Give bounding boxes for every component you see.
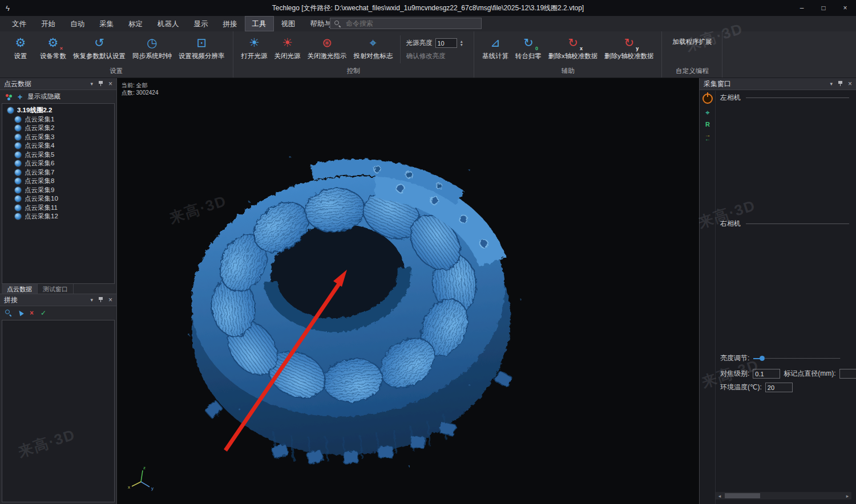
tab-pointcloud-data[interactable]: 点云数据 — [2, 284, 38, 294]
focus-mark-icon: ⌖ — [366, 35, 381, 50]
light-brightness-label: 光源亮度 — [406, 39, 433, 47]
close-icon[interactable]: × — [848, 81, 852, 87]
command-search[interactable] — [330, 18, 482, 29]
focus-level-input[interactable] — [753, 369, 780, 379]
pointcloud-icon — [15, 152, 21, 158]
tab-robot[interactable]: 机器人 — [150, 16, 187, 31]
brightness-slider[interactable] — [753, 355, 840, 361]
sync-system-clock-button[interactable]: ◷ 同步系统时钟 — [129, 33, 175, 63]
tab-calibration[interactable]: 标定 — [121, 16, 150, 31]
set-video-resolution-button[interactable]: ⊡ 设置视频分辨率 — [175, 33, 228, 63]
tab-auto[interactable]: 自动 — [63, 16, 92, 31]
tree-item[interactable]: 点云采集8 — [2, 177, 114, 186]
search-input[interactable] — [345, 19, 477, 28]
settings-button[interactable]: ⚙ 设置 — [5, 33, 37, 63]
confirm-brightness-button[interactable]: 确认修改亮度 — [406, 52, 463, 60]
pointcloud-root-icon — [7, 107, 14, 113]
tree-item[interactable]: 点云采集11 — [2, 204, 114, 213]
restore-default-params-button[interactable]: ↺ 恢复参数默认设置 — [70, 33, 129, 63]
close-icon[interactable]: × — [108, 81, 112, 87]
tree-item[interactable]: 点云采集12 — [2, 212, 114, 221]
tab-display[interactable]: 显示 — [187, 16, 216, 31]
tree-item[interactable]: 点云采集4 — [2, 141, 114, 151]
delete-x-calibration-button[interactable]: ↻x 删除x轴校准数据 — [545, 33, 601, 63]
reject-icon[interactable]: × — [30, 309, 34, 317]
turntable-zero-button[interactable]: ↻0 转台归零 — [512, 33, 545, 63]
marker-diameter-input[interactable] — [839, 369, 856, 379]
live-view-icon[interactable]: ⌖ — [705, 109, 709, 116]
chevron-down-icon[interactable]: ▾ — [90, 81, 93, 87]
power-icon[interactable] — [702, 94, 713, 104]
maximize-button[interactable]: □ — [813, 0, 834, 16]
laser-icon: ⊛ — [320, 35, 334, 50]
pin-icon[interactable] — [98, 297, 103, 303]
pin-icon[interactable] — [98, 81, 103, 87]
accept-icon[interactable]: ✓ — [41, 309, 46, 317]
delete-x-icon: ↻x — [566, 35, 580, 50]
tab-file[interactable]: 文件 — [5, 16, 34, 31]
device-constants-button[interactable]: ⚙× 设备常数 — [37, 33, 70, 63]
chevron-down-icon[interactable]: ▾ — [90, 297, 93, 303]
close-icon[interactable]: × — [108, 297, 112, 303]
scrollbar-thumb[interactable] — [725, 493, 760, 498]
button-label: 设置 — [14, 52, 27, 60]
brightness-control: 亮度调节: — [720, 353, 840, 363]
baseline-calc-button[interactable]: ⊿ 基线计算 — [479, 33, 512, 63]
pointcloud-toolbar: + 显示或隐藏 — [0, 90, 116, 103]
pointcloud-panel-title: 点云数据 — [4, 79, 31, 89]
tree-item-label: 点云采集11 — [25, 204, 58, 212]
tab-stitch[interactable]: 拼接 — [216, 16, 245, 31]
slider-thumb[interactable] — [760, 356, 765, 361]
load-program-extension-button[interactable]: 加载程序扩展 — [667, 33, 717, 46]
group-label-custom: 自定义编程 — [663, 66, 721, 78]
scrollbar-track[interactable] — [722, 493, 845, 498]
close-button[interactable]: × — [834, 0, 856, 16]
tab-start[interactable]: 开始 — [34, 16, 63, 31]
group-label-control: 控制 — [235, 66, 473, 78]
cursor-icon[interactable] — [17, 310, 24, 316]
tree-root-item[interactable]: 3.19线圈2.2 — [2, 106, 114, 115]
swap-cameras-icon[interactable]: →← — [705, 133, 710, 141]
tree-item[interactable]: 点云采集10 — [2, 194, 114, 204]
horizontal-scrollbar[interactable]: ◂ ▸ — [716, 492, 851, 499]
light-off-icon: ☀ — [280, 35, 295, 50]
tab-tools[interactable]: 工具 — [245, 16, 274, 31]
tree-item-label: 点云采集8 — [25, 177, 54, 185]
tree-item[interactable]: 点云采集2 — [2, 124, 114, 133]
app-logo-icon: ϟ — [6, 4, 10, 13]
ribbon: ⚙ 设置 ⚙× 设备常数 ↺ 恢复参数默认设置 ◷ 同步系统时钟 ⊡ 设置视频分… — [0, 31, 856, 78]
minimize-button[interactable]: – — [791, 0, 813, 16]
tree-item[interactable]: 点云采集7 — [2, 168, 114, 177]
tab-view[interactable]: 视图 — [274, 16, 303, 31]
tab-capture[interactable]: 采集 — [92, 16, 121, 31]
light-brightness-input[interactable] — [435, 38, 457, 48]
tab-test-window[interactable]: 测试窗口 — [38, 284, 74, 294]
delete-y-calibration-button[interactable]: ↻y 删除y轴校准数据 — [601, 33, 657, 63]
project-focus-mark-button[interactable]: ⌖ 投射对焦标志 — [350, 33, 397, 63]
3d-viewport[interactable]: 当前: 全部 点数: 3002424 — [117, 78, 699, 504]
tree-item[interactable]: 点云采集5 — [2, 151, 114, 160]
reset-view-icon[interactable]: R — [705, 121, 710, 128]
monitor-icon: ⊡ — [194, 35, 209, 50]
tree-item[interactable]: 点云采集9 — [2, 186, 114, 195]
tree-item[interactable]: 点云采集3 — [2, 133, 114, 142]
open-light-button[interactable]: ☀ 打开光源 — [238, 33, 271, 63]
expand-all-icon[interactable]: + — [18, 94, 22, 100]
svg-text:y: y — [151, 486, 154, 491]
zoom-icon[interactable] — [5, 310, 11, 316]
tree-root-label: 3.19线圈2.2 — [17, 106, 52, 115]
tree-item-label: 点云采集4 — [25, 141, 54, 150]
cluster-icon[interactable] — [5, 94, 13, 100]
close-laser-indicator-button[interactable]: ⊛ 关闭激光指示 — [304, 33, 350, 63]
chevron-down-icon[interactable]: ▾ — [830, 81, 833, 87]
tree-item[interactable]: 点云采集6 — [2, 159, 114, 168]
tree-item[interactable]: 点云采集1 — [2, 115, 114, 124]
close-light-button[interactable]: ☀ 关闭光源 — [271, 33, 304, 63]
pin-icon[interactable] — [838, 81, 843, 87]
spinner-arrows-icon[interactable]: ▲▼ — [460, 40, 463, 47]
scroll-right-icon[interactable]: ▸ — [845, 493, 850, 499]
point-count-label: 点数: 3002424 — [122, 89, 159, 96]
scroll-left-icon[interactable]: ◂ — [717, 493, 722, 499]
window-title: Techlego [文件路径: D:\xwechat_files\wxid_1u… — [0, 3, 856, 13]
temperature-input[interactable] — [765, 383, 793, 392]
